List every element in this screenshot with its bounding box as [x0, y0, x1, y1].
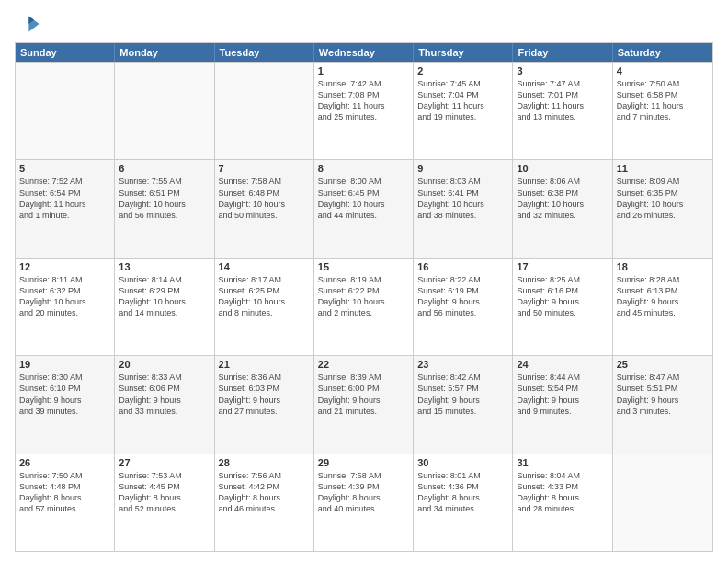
day-number: 8	[318, 163, 409, 174]
day-cell-29: 29Sunrise: 7:58 AMSunset: 4:39 PMDayligh…	[314, 454, 414, 551]
day-info: Sunrise: 8:06 AMSunset: 6:38 PMDaylight:…	[517, 176, 608, 221]
day-cell-3: 3Sunrise: 7:47 AMSunset: 7:01 PMDaylight…	[513, 63, 612, 159]
day-number: 13	[119, 261, 210, 272]
day-cell-24: 24Sunrise: 8:44 AMSunset: 5:54 PMDayligh…	[513, 356, 612, 453]
day-cell-15: 15Sunrise: 8:19 AMSunset: 6:22 PMDayligh…	[314, 259, 414, 355]
day-info: Sunrise: 7:56 AMSunset: 4:42 PMDaylight:…	[219, 470, 310, 515]
day-number: 16	[417, 261, 508, 272]
day-cell-8: 8Sunrise: 8:00 AMSunset: 6:45 PMDaylight…	[314, 160, 414, 257]
calendar: SundayMondayTuesdayWednesdayThursdayFrid…	[15, 42, 713, 552]
day-number: 14	[219, 261, 310, 272]
day-number: 4	[617, 65, 709, 76]
calendar-row-5: 26Sunrise: 7:50 AMSunset: 4:48 PMDayligh…	[16, 454, 712, 551]
day-info: Sunrise: 8:09 AMSunset: 6:35 PMDaylight:…	[617, 176, 709, 221]
day-cell-19: 19Sunrise: 8:30 AMSunset: 6:10 PMDayligh…	[16, 356, 115, 453]
day-cell-14: 14Sunrise: 8:17 AMSunset: 6:25 PMDayligh…	[215, 259, 314, 355]
day-cell-23: 23Sunrise: 8:42 AMSunset: 5:57 PMDayligh…	[414, 356, 513, 453]
day-cell-9: 9Sunrise: 8:03 AMSunset: 6:41 PMDaylight…	[414, 160, 513, 257]
day-info: Sunrise: 8:22 AMSunset: 6:19 PMDaylight:…	[417, 274, 508, 319]
day-number: 5	[19, 163, 110, 174]
day-info: Sunrise: 7:50 AMSunset: 6:58 PMDaylight:…	[617, 78, 709, 123]
day-info: Sunrise: 7:58 AMSunset: 6:48 PMDaylight:…	[219, 176, 310, 221]
empty-cell	[16, 63, 115, 159]
day-cell-31: 31Sunrise: 8:04 AMSunset: 4:33 PMDayligh…	[513, 454, 612, 551]
day-cell-30: 30Sunrise: 8:01 AMSunset: 4:36 PMDayligh…	[414, 454, 513, 551]
day-number: 24	[517, 359, 608, 370]
day-number: 10	[517, 163, 608, 174]
day-cell-12: 12Sunrise: 8:11 AMSunset: 6:32 PMDayligh…	[16, 259, 115, 355]
day-number: 31	[517, 457, 608, 468]
day-number: 9	[417, 163, 508, 174]
day-cell-1: 1Sunrise: 7:42 AMSunset: 7:08 PMDaylight…	[314, 63, 414, 159]
day-cell-28: 28Sunrise: 7:56 AMSunset: 4:42 PMDayligh…	[215, 454, 314, 551]
day-number: 3	[517, 65, 608, 76]
logo	[15, 11, 44, 37]
header-day-wednesday: Wednesday	[314, 43, 414, 62]
day-cell-25: 25Sunrise: 8:47 AMSunset: 5:51 PMDayligh…	[613, 356, 712, 453]
day-cell-13: 13Sunrise: 8:14 AMSunset: 6:29 PMDayligh…	[115, 259, 214, 355]
day-info: Sunrise: 8:30 AMSunset: 6:10 PMDaylight:…	[19, 372, 110, 417]
empty-cell	[215, 63, 314, 159]
day-number: 30	[417, 457, 508, 468]
day-number: 6	[119, 163, 210, 174]
page: SundayMondayTuesdayWednesdayThursdayFrid…	[0, 0, 728, 563]
day-number: 2	[417, 65, 508, 76]
day-info: Sunrise: 8:28 AMSunset: 6:13 PMDaylight:…	[617, 274, 709, 319]
header-day-sunday: Sunday	[16, 43, 115, 62]
day-number: 7	[219, 163, 310, 174]
calendar-row-2: 5Sunrise: 7:52 AMSunset: 6:54 PMDaylight…	[16, 159, 712, 257]
day-info: Sunrise: 8:36 AMSunset: 6:03 PMDaylight:…	[219, 372, 310, 417]
day-number: 23	[417, 359, 508, 370]
day-info: Sunrise: 7:53 AMSunset: 4:45 PMDaylight:…	[119, 470, 210, 515]
day-cell-20: 20Sunrise: 8:33 AMSunset: 6:06 PMDayligh…	[115, 356, 214, 453]
day-info: Sunrise: 8:01 AMSunset: 4:36 PMDaylight:…	[417, 470, 508, 515]
day-number: 22	[318, 359, 409, 370]
day-info: Sunrise: 7:58 AMSunset: 4:39 PMDaylight:…	[318, 470, 409, 515]
header-day-friday: Friday	[513, 43, 612, 62]
day-info: Sunrise: 8:47 AMSunset: 5:51 PMDaylight:…	[617, 372, 709, 417]
day-info: Sunrise: 7:45 AMSunset: 7:04 PMDaylight:…	[417, 78, 508, 123]
header-day-saturday: Saturday	[613, 43, 712, 62]
day-number: 26	[19, 457, 110, 468]
header-day-tuesday: Tuesday	[215, 43, 314, 62]
day-cell-18: 18Sunrise: 8:28 AMSunset: 6:13 PMDayligh…	[613, 259, 712, 355]
day-cell-4: 4Sunrise: 7:50 AMSunset: 6:58 PMDaylight…	[613, 63, 712, 159]
header-day-monday: Monday	[115, 43, 214, 62]
day-number: 1	[318, 65, 409, 76]
day-info: Sunrise: 8:44 AMSunset: 5:54 PMDaylight:…	[517, 372, 608, 417]
day-info: Sunrise: 8:17 AMSunset: 6:25 PMDaylight:…	[219, 274, 310, 319]
day-number: 15	[318, 261, 409, 272]
day-cell-7: 7Sunrise: 7:58 AMSunset: 6:48 PMDaylight…	[215, 160, 314, 257]
day-number: 19	[19, 359, 110, 370]
day-info: Sunrise: 8:00 AMSunset: 6:45 PMDaylight:…	[318, 176, 409, 221]
day-info: Sunrise: 8:11 AMSunset: 6:32 PMDaylight:…	[19, 274, 110, 319]
day-cell-2: 2Sunrise: 7:45 AMSunset: 7:04 PMDaylight…	[414, 63, 513, 159]
day-cell-21: 21Sunrise: 8:36 AMSunset: 6:03 PMDayligh…	[215, 356, 314, 453]
calendar-row-1: 1Sunrise: 7:42 AMSunset: 7:08 PMDaylight…	[16, 62, 712, 159]
day-cell-16: 16Sunrise: 8:22 AMSunset: 6:19 PMDayligh…	[414, 259, 513, 355]
empty-cell	[613, 454, 712, 551]
empty-cell	[115, 63, 214, 159]
day-number: 18	[617, 261, 709, 272]
day-cell-10: 10Sunrise: 8:06 AMSunset: 6:38 PMDayligh…	[513, 160, 612, 257]
calendar-row-4: 19Sunrise: 8:30 AMSunset: 6:10 PMDayligh…	[16, 355, 712, 453]
day-cell-5: 5Sunrise: 7:52 AMSunset: 6:54 PMDaylight…	[16, 160, 115, 257]
day-info: Sunrise: 8:03 AMSunset: 6:41 PMDaylight:…	[417, 176, 508, 221]
day-cell-17: 17Sunrise: 8:25 AMSunset: 6:16 PMDayligh…	[513, 259, 612, 355]
day-info: Sunrise: 7:47 AMSunset: 7:01 PMDaylight:…	[517, 78, 608, 123]
calendar-header: SundayMondayTuesdayWednesdayThursdayFrid…	[16, 43, 712, 62]
day-info: Sunrise: 8:39 AMSunset: 6:00 PMDaylight:…	[318, 372, 409, 417]
day-number: 21	[219, 359, 310, 370]
day-info: Sunrise: 7:42 AMSunset: 7:08 PMDaylight:…	[318, 78, 409, 123]
day-cell-26: 26Sunrise: 7:50 AMSunset: 4:48 PMDayligh…	[16, 454, 115, 551]
header-day-thursday: Thursday	[414, 43, 513, 62]
day-cell-11: 11Sunrise: 8:09 AMSunset: 6:35 PMDayligh…	[613, 160, 712, 257]
day-info: Sunrise: 8:33 AMSunset: 6:06 PMDaylight:…	[119, 372, 210, 417]
day-info: Sunrise: 8:04 AMSunset: 4:33 PMDaylight:…	[517, 470, 608, 515]
day-number: 25	[617, 359, 709, 370]
header	[15, 11, 713, 37]
day-info: Sunrise: 8:42 AMSunset: 5:57 PMDaylight:…	[417, 372, 508, 417]
day-cell-22: 22Sunrise: 8:39 AMSunset: 6:00 PMDayligh…	[314, 356, 414, 453]
day-number: 17	[517, 261, 608, 272]
day-info: Sunrise: 8:25 AMSunset: 6:16 PMDaylight:…	[517, 274, 608, 319]
